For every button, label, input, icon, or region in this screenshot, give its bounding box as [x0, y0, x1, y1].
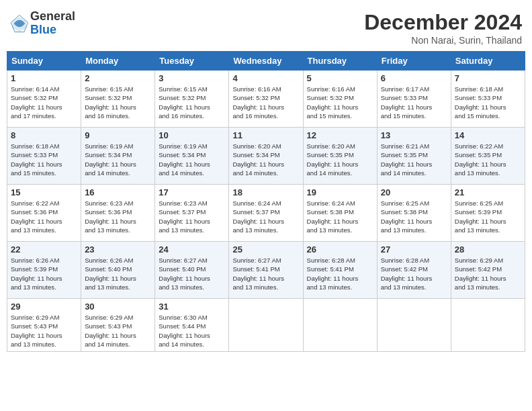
day-number: 7	[455, 73, 521, 83]
calendar-cell: 21 Sunrise: 6:25 AMSunset: 5:39 PMDaylig…	[451, 185, 525, 242]
calendar-cell: 4 Sunrise: 6:16 AMSunset: 5:32 PMDayligh…	[229, 71, 303, 128]
day-detail: Sunrise: 6:22 AMSunset: 5:35 PMDaylight:…	[455, 142, 521, 177]
day-detail: Sunrise: 6:22 AMSunset: 5:36 PMDaylight:…	[11, 199, 77, 234]
calendar-cell: 29 Sunrise: 6:29 AMSunset: 5:43 PMDaylig…	[7, 299, 81, 352]
day-number: 16	[85, 187, 151, 197]
day-number: 24	[159, 244, 225, 255]
day-number: 9	[85, 130, 151, 140]
day-detail: Sunrise: 6:21 AMSunset: 5:35 PMDaylight:…	[381, 142, 447, 177]
calendar-cell: 14 Sunrise: 6:22 AMSunset: 5:35 PMDaylig…	[451, 128, 525, 185]
calendar-cell: 11 Sunrise: 6:20 AMSunset: 5:34 PMDaylig…	[229, 128, 303, 185]
day-detail: Sunrise: 6:15 AMSunset: 5:32 PMDaylight:…	[159, 85, 225, 120]
calendar-cell: 7 Sunrise: 6:18 AMSunset: 5:33 PMDayligh…	[451, 71, 525, 128]
calendar-cell: 8 Sunrise: 6:18 AMSunset: 5:33 PMDayligh…	[7, 128, 81, 185]
calendar-cell: 25 Sunrise: 6:27 AMSunset: 5:41 PMDaylig…	[229, 242, 303, 299]
calendar-cell	[229, 299, 303, 352]
calendar-cell: 28 Sunrise: 6:29 AMSunset: 5:42 PMDaylig…	[451, 242, 525, 299]
day-number: 19	[307, 187, 373, 197]
calendar-cell: 15 Sunrise: 6:22 AMSunset: 5:36 PMDaylig…	[7, 185, 81, 242]
header-sunday: Sunday	[7, 52, 81, 71]
calendar-cell: 17 Sunrise: 6:23 AMSunset: 5:37 PMDaylig…	[155, 185, 229, 242]
day-number: 3	[159, 73, 225, 83]
day-detail: Sunrise: 6:28 AMSunset: 5:41 PMDaylight:…	[307, 256, 373, 291]
day-detail: Sunrise: 6:29 AMSunset: 5:43 PMDaylight:…	[85, 313, 151, 349]
calendar-cell: 1 Sunrise: 6:14 AMSunset: 5:32 PMDayligh…	[7, 71, 81, 128]
day-detail: Sunrise: 6:16 AMSunset: 5:32 PMDaylight:…	[232, 85, 299, 120]
header-wednesday: Wednesday	[229, 52, 303, 71]
calendar-cell: 16 Sunrise: 6:23 AMSunset: 5:36 PMDaylig…	[81, 185, 155, 242]
calendar-cell: 5 Sunrise: 6:16 AMSunset: 5:32 PMDayligh…	[303, 71, 377, 128]
day-detail: Sunrise: 6:26 AMSunset: 5:39 PMDaylight:…	[11, 256, 77, 291]
day-detail: Sunrise: 6:26 AMSunset: 5:40 PMDaylight:…	[85, 256, 151, 291]
day-number: 15	[11, 187, 77, 197]
header-tuesday: Tuesday	[155, 52, 229, 71]
day-detail: Sunrise: 6:15 AMSunset: 5:32 PMDaylight:…	[85, 85, 151, 120]
calendar-cell: 27 Sunrise: 6:28 AMSunset: 5:42 PMDaylig…	[377, 242, 451, 299]
day-number: 26	[307, 244, 373, 255]
calendar-week-row: 29 Sunrise: 6:29 AMSunset: 5:43 PMDaylig…	[7, 299, 525, 352]
calendar-cell	[451, 299, 525, 352]
calendar-cell: 20 Sunrise: 6:25 AMSunset: 5:38 PMDaylig…	[377, 185, 451, 242]
day-number: 18	[232, 187, 299, 197]
day-detail: Sunrise: 6:18 AMSunset: 5:33 PMDaylight:…	[455, 85, 521, 120]
calendar-cell: 6 Sunrise: 6:17 AMSunset: 5:33 PMDayligh…	[377, 71, 451, 128]
day-detail: Sunrise: 6:14 AMSunset: 5:32 PMDaylight:…	[11, 85, 77, 120]
day-number: 21	[455, 187, 521, 197]
day-number: 23	[85, 244, 151, 255]
day-number: 29	[11, 302, 77, 312]
day-number: 13	[381, 130, 447, 140]
day-number: 5	[307, 73, 373, 83]
day-detail: Sunrise: 6:19 AMSunset: 5:34 PMDaylight:…	[85, 142, 151, 177]
calendar-week-row: 15 Sunrise: 6:22 AMSunset: 5:36 PMDaylig…	[7, 185, 525, 242]
day-detail: Sunrise: 6:23 AMSunset: 5:37 PMDaylight:…	[159, 199, 225, 234]
day-number: 20	[381, 187, 447, 197]
day-detail: Sunrise: 6:30 AMSunset: 5:44 PMDaylight:…	[159, 313, 225, 349]
month-year-title: December 2024	[364, 10, 522, 35]
calendar-week-row: 22 Sunrise: 6:26 AMSunset: 5:39 PMDaylig…	[7, 242, 525, 299]
day-detail: Sunrise: 6:19 AMSunset: 5:34 PMDaylight:…	[159, 142, 225, 177]
logo-icon	[10, 14, 29, 33]
calendar-cell: 2 Sunrise: 6:15 AMSunset: 5:32 PMDayligh…	[81, 71, 155, 128]
calendar-week-row: 8 Sunrise: 6:18 AMSunset: 5:33 PMDayligh…	[7, 128, 525, 185]
day-detail: Sunrise: 6:25 AMSunset: 5:38 PMDaylight:…	[381, 199, 447, 234]
day-number: 22	[11, 244, 77, 255]
day-detail: Sunrise: 6:25 AMSunset: 5:39 PMDaylight:…	[455, 199, 521, 234]
day-detail: Sunrise: 6:29 AMSunset: 5:43 PMDaylight:…	[11, 313, 77, 349]
day-number: 4	[232, 73, 299, 83]
day-number: 12	[307, 130, 373, 140]
day-number: 31	[159, 302, 225, 312]
day-detail: Sunrise: 6:29 AMSunset: 5:42 PMDaylight:…	[455, 256, 521, 291]
logo-general-text: General	[30, 10, 75, 24]
header-monday: Monday	[81, 52, 155, 71]
header-friday: Friday	[377, 52, 451, 71]
day-number: 8	[11, 130, 77, 140]
calendar-cell: 18 Sunrise: 6:24 AMSunset: 5:37 PMDaylig…	[229, 185, 303, 242]
header-saturday: Saturday	[451, 52, 525, 71]
calendar-header-row: SundayMondayTuesdayWednesdayThursdayFrid…	[7, 52, 525, 71]
calendar-table: SundayMondayTuesdayWednesdayThursdayFrid…	[7, 51, 525, 352]
calendar-cell: 31 Sunrise: 6:30 AMSunset: 5:44 PMDaylig…	[155, 299, 229, 352]
day-detail: Sunrise: 6:27 AMSunset: 5:40 PMDaylight:…	[159, 256, 225, 291]
calendar-cell: 24 Sunrise: 6:27 AMSunset: 5:40 PMDaylig…	[155, 242, 229, 299]
day-detail: Sunrise: 6:23 AMSunset: 5:36 PMDaylight:…	[85, 199, 151, 234]
calendar-cell: 3 Sunrise: 6:15 AMSunset: 5:32 PMDayligh…	[155, 71, 229, 128]
logo: General Blue	[10, 10, 75, 37]
location-subtitle: Non Narai, Surin, Thailand	[364, 35, 522, 46]
calendar-week-row: 1 Sunrise: 6:14 AMSunset: 5:32 PMDayligh…	[7, 71, 525, 128]
calendar-cell: 13 Sunrise: 6:21 AMSunset: 5:35 PMDaylig…	[377, 128, 451, 185]
day-number: 14	[455, 130, 521, 140]
day-detail: Sunrise: 6:17 AMSunset: 5:33 PMDaylight:…	[381, 85, 447, 120]
day-number: 17	[159, 187, 225, 197]
calendar-cell	[303, 299, 377, 352]
day-number: 1	[11, 73, 77, 83]
calendar-cell: 23 Sunrise: 6:26 AMSunset: 5:40 PMDaylig…	[81, 242, 155, 299]
header-thursday: Thursday	[303, 52, 377, 71]
day-detail: Sunrise: 6:28 AMSunset: 5:42 PMDaylight:…	[381, 256, 447, 291]
day-detail: Sunrise: 6:18 AMSunset: 5:33 PMDaylight:…	[11, 142, 77, 177]
page-header: General Blue December 2024 Non Narai, Su…	[7, 7, 525, 46]
day-number: 30	[85, 302, 151, 312]
day-number: 28	[455, 244, 521, 255]
logo-text: General Blue	[30, 10, 75, 37]
calendar-cell: 30 Sunrise: 6:29 AMSunset: 5:43 PMDaylig…	[81, 299, 155, 352]
day-detail: Sunrise: 6:24 AMSunset: 5:38 PMDaylight:…	[307, 199, 373, 234]
